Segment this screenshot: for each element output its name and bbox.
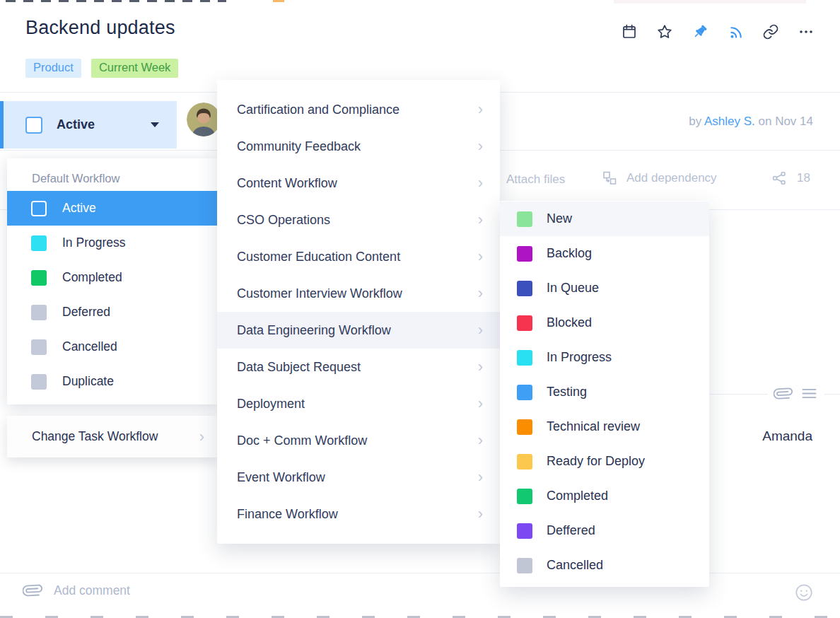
assignee-name[interactable]: Amanda	[762, 428, 812, 444]
menu-lines-icon[interactable]	[800, 384, 819, 403]
status-option-label: Blocked	[547, 315, 592, 330]
link-icon[interactable]	[762, 23, 779, 40]
top-edge-artifact	[6, 0, 226, 2]
pin-icon[interactable]	[692, 23, 708, 40]
workflow-status-item[interactable]: In Progress	[7, 226, 217, 260]
status-color-swatch	[31, 339, 47, 355]
workflow-menu-item-label: Deployment	[237, 397, 305, 412]
more-icon[interactable]	[798, 23, 815, 40]
star-icon[interactable]	[656, 23, 673, 40]
workflow-menu-item[interactable]: Finance Workflow	[217, 496, 500, 532]
status-color-swatch	[517, 385, 532, 400]
status-option[interactable]: Completed	[500, 479, 709, 513]
workflow-menu-item-label: CSO Operations	[237, 213, 330, 228]
workflow-menu-item-label: Data Subject Request	[237, 360, 361, 375]
status-option-label: Backlog	[547, 246, 592, 261]
page-title: Backend updates	[25, 17, 175, 39]
chevron-right-icon	[478, 286, 483, 301]
share-icon	[771, 170, 788, 187]
workflow-menu-item-label: Data Engineering Workflow	[237, 323, 391, 338]
status-option[interactable]: In Queue	[500, 271, 709, 305]
status-color-swatch	[31, 374, 47, 390]
change-task-workflow-label: Change Task Workflow	[32, 429, 158, 444]
workflow-menu-item[interactable]: Cartification and Compliance	[217, 91, 500, 128]
workflow-menu-item[interactable]: Event Workflow	[217, 459, 500, 496]
top-edge-artifact-pink	[614, 0, 806, 4]
status-label: Active	[57, 117, 95, 132]
comment-input[interactable]	[54, 580, 549, 601]
status-option[interactable]: Technical review	[500, 409, 709, 444]
status-color-swatch	[517, 419, 532, 435]
rss-icon[interactable]	[727, 23, 744, 40]
workflow-status-item[interactable]: Duplicate	[7, 364, 217, 399]
chevron-right-icon	[478, 249, 483, 264]
change-task-workflow-button[interactable]: Change Task Workflow	[7, 416, 217, 457]
status-option[interactable]: Blocked	[500, 305, 709, 340]
dependency-count-value: 18	[797, 171, 810, 185]
workflow-menu-item-label: Cartification and Compliance	[237, 103, 399, 117]
chevron-right-icon	[478, 212, 483, 228]
status-color-swatch	[517, 489, 532, 504]
tag-list: Product Current Week	[25, 59, 178, 78]
workflow-status-item[interactable]: Deferred	[7, 295, 217, 330]
attach-comment-paperclip-icon[interactable]	[23, 581, 42, 600]
status-option[interactable]: Backlog	[500, 236, 709, 271]
workflow-status-item[interactable]: Cancelled	[7, 330, 217, 364]
workflow-menu-item-label: Customer Interview Workflow	[237, 286, 402, 301]
status-option[interactable]: Ready for Deploy	[500, 444, 709, 479]
status-item-label: Deferred	[62, 305, 110, 320]
add-dependency-button[interactable]: Add dependency	[601, 170, 717, 187]
status-item-label: In Progress	[62, 235, 125, 250]
workflow-menu-item-label: Community Feedback	[237, 139, 361, 154]
status-option-label: Deffered	[547, 523, 595, 538]
task-complete-checkbox[interactable]	[25, 117, 42, 134]
status-option[interactable]: In Progress	[500, 340, 709, 375]
workflow-menu-item-label: Customer Education Content	[237, 250, 400, 264]
add-dependency-label: Add dependency	[626, 171, 717, 185]
status-color-swatch	[31, 201, 47, 216]
status-option-label: New	[547, 211, 572, 226]
workflow-menu-item[interactable]: Customer Education Content	[217, 238, 500, 275]
workflow-status-item[interactable]: Completed	[7, 260, 217, 295]
workflow-menu-item[interactable]: Data Engineering Workflow	[217, 312, 500, 349]
workflow-menu-item[interactable]: Doc + Comm Workflow	[217, 422, 500, 459]
tag-current-week[interactable]: Current Week	[91, 59, 178, 78]
workflow-menu-item[interactable]: Customer Interview Workflow	[217, 275, 500, 312]
paperclip-icon[interactable]	[774, 384, 793, 403]
byline: by Ashley S. on Nov 14	[689, 115, 813, 129]
chevron-right-icon	[478, 139, 483, 154]
status-option[interactable]: Deffered	[500, 513, 709, 548]
status-color-swatch	[517, 350, 532, 366]
attach-files-button[interactable]: Attach files	[506, 173, 565, 187]
status-option-label: In Progress	[547, 350, 612, 365]
smiley-icon[interactable]	[794, 583, 814, 602]
tag-product[interactable]: Product	[25, 59, 81, 78]
calendar-icon[interactable]	[621, 23, 638, 40]
status-option[interactable]: Cancelled	[500, 548, 709, 583]
status-option-label: Completed	[547, 489, 608, 503]
dependency-icon	[601, 170, 618, 187]
workflow-menu-item[interactable]: Deployment	[217, 385, 500, 422]
workflow-menu-item[interactable]: Content Workflow	[217, 165, 500, 202]
top-edge-artifact-orange	[273, 0, 284, 2]
workflow-status-item[interactable]: Active	[7, 191, 217, 226]
workflow-menu-item[interactable]: CSO Operations	[217, 202, 500, 238]
workflow-menu-item[interactable]: Community Feedback	[217, 128, 500, 165]
assignee-avatar[interactable]	[187, 103, 221, 136]
chevron-right-icon	[478, 102, 483, 117]
workflow-menu-item-label: Doc + Comm Workflow	[237, 433, 367, 448]
status-item-label: Completed	[62, 270, 122, 285]
status-option[interactable]: Testing	[500, 375, 709, 409]
byline-author-link[interactable]: Ashley S.	[704, 115, 755, 128]
dependency-count[interactable]: 18	[771, 170, 810, 187]
chevron-right-icon	[478, 396, 483, 412]
status-option-label: Testing	[547, 385, 587, 400]
status-item-label: Cancelled	[62, 339, 117, 354]
workflow-menu-item-label: Content Workflow	[237, 176, 337, 191]
status-dropdown-button[interactable]: Active	[4, 101, 177, 148]
workflow-menu: Cartification and Compliance Community F…	[217, 80, 500, 544]
workflow-menu-item-label: Finance Workflow	[237, 507, 338, 522]
status-option-label: Cancelled	[547, 558, 603, 573]
workflow-menu-item[interactable]: Data Subject Request	[217, 349, 500, 385]
status-option[interactable]: New	[500, 202, 709, 236]
